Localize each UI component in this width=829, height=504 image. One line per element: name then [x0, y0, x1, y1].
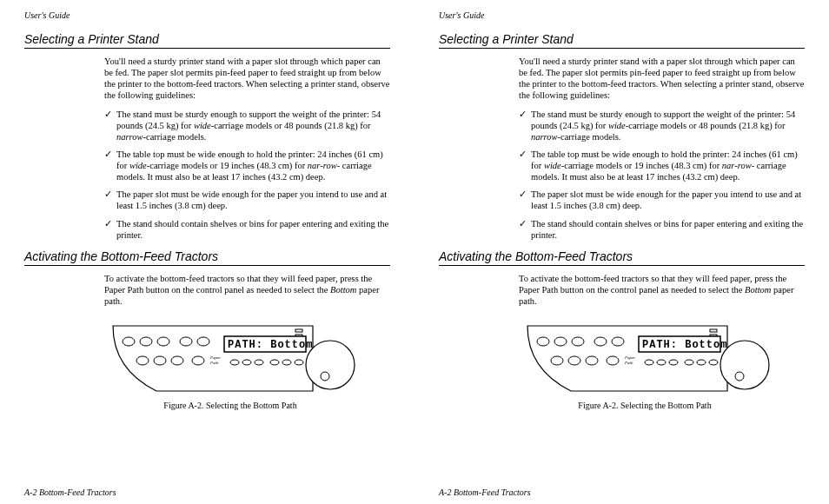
paper-path-label: Paper	[209, 355, 221, 360]
page-spread: User's Guide Selecting a Printer Stand Y…	[0, 0, 829, 504]
section-title-stand: Selecting a Printer Stand	[24, 32, 390, 49]
section-title-activating: Activating the Bottom-Feed Tractors	[24, 249, 390, 266]
list-item: The stand must be sturdy enough to suppo…	[104, 109, 390, 143]
figure-caption: Figure A-2. Selecting the Bottom Path	[104, 401, 356, 410]
section-title-stand: Selecting a Printer Stand	[439, 32, 805, 49]
stand-body: You'll need a sturdy printer stand with …	[104, 56, 390, 241]
page-left: User's Guide Selecting a Printer Stand Y…	[0, 0, 414, 504]
page-footer: A-2 Bottom-Feed Tractors	[24, 487, 116, 497]
lcd-text: PATH: Bottom	[642, 339, 727, 351]
page-footer: A-2 Bottom-Feed Tractors	[439, 487, 531, 497]
activating-body: To activate the bottom-feed tractors so …	[104, 273, 390, 307]
activating-paragraph: To activate the bottom-feed tractors so …	[104, 273, 390, 307]
section-title-activating: Activating the Bottom-Feed Tractors	[439, 249, 805, 266]
list-item: The paper slot must be wide enough for t…	[519, 189, 805, 211]
activating-paragraph: To activate the bottom-feed tractors so …	[519, 273, 805, 307]
svg-text:Path: Path	[624, 361, 633, 365]
svg-text:Paper: Paper	[624, 355, 635, 360]
figure-panel: Paper Path PATH: Bottom Figure A-2. Sele…	[104, 317, 356, 410]
list-item: The stand should contain shelves or bins…	[519, 218, 805, 241]
list-item: The stand should contain shelves or bins…	[104, 218, 390, 241]
intro-paragraph: You'll need a sturdy printer stand with …	[519, 56, 805, 102]
figure-panel: Paper Path PATH: Bottom Figure A-2. Sele…	[519, 317, 771, 410]
stand-body: You'll need a sturdy printer stand with …	[519, 56, 805, 241]
figure-caption: Figure A-2. Selecting the Bottom Path	[519, 401, 771, 410]
printer-panel-illustration: Paper Path PATH: Bottom	[519, 317, 771, 395]
intro-paragraph: You'll need a sturdy printer stand with …	[104, 56, 390, 102]
printer-panel-illustration: Paper Path PATH: Bottom	[104, 317, 356, 395]
svg-point-1	[321, 372, 329, 381]
guideline-list: The stand must be sturdy enough to suppo…	[519, 109, 805, 241]
svg-point-22	[735, 372, 744, 381]
page-right: User's Guide Selecting a Printer Stand Y…	[414, 0, 829, 504]
svg-text:Path: Path	[209, 361, 219, 365]
list-item: The stand must be sturdy enough to suppo…	[519, 109, 805, 143]
list-item: The table top must be wide enough to hol…	[519, 149, 805, 182]
running-head: User's Guide	[439, 10, 805, 20]
guideline-list: The stand must be sturdy enough to suppo…	[104, 109, 390, 241]
running-head: User's Guide	[24, 10, 390, 20]
list-item: The table top must be wide enough to hol…	[104, 149, 390, 182]
activating-body: To activate the bottom-feed tractors so …	[519, 273, 805, 307]
lcd-text: PATH: Bottom	[228, 339, 313, 351]
list-item: The paper slot must be wide enough for t…	[104, 189, 390, 211]
